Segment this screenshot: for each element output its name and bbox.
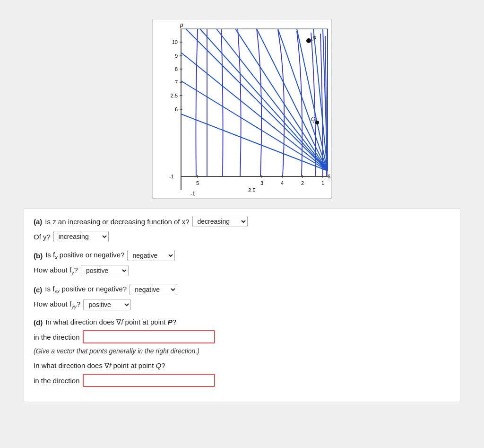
svg-text:8: 8 (175, 66, 178, 72)
part-a-label: (a) (34, 218, 42, 226)
page-container: 10 9 8 7 2.5 6 (9, 9, 475, 439)
part-b-question1-pre: Is fx positive or negative? (45, 251, 124, 260)
svg-text:10: 10 (172, 39, 178, 45)
part-d-input-line2: in the direction (34, 374, 450, 387)
part-a-line2: Of y? increasing decreasing (34, 231, 450, 242)
part-b-block: (b) Is fx positive or negative? positive… (34, 250, 450, 276)
part-c-question1: Is fxx positive or negative? (45, 285, 127, 294)
svg-text:2: 2 (301, 180, 304, 186)
part-b-label: (b) (34, 252, 43, 260)
part-b-line1: (b) Is fx positive or negative? positive… (34, 250, 450, 261)
svg-text:4: 4 (281, 180, 284, 186)
svg-text:Q: Q (311, 116, 315, 123)
part-c-line2: How about fyy? positive negative (34, 299, 450, 310)
part-d-input1[interactable] (83, 330, 215, 343)
part-c-block: (c) Is fxx positive or negative? positiv… (34, 284, 450, 310)
part-d-line2: In what direction does ∇f point at point… (34, 361, 450, 370)
svg-text:2.5: 2.5 (171, 93, 178, 98)
part-a-block: (a) Is z an increasing or decreasing fun… (34, 216, 450, 242)
part-a-question1: Is z an increasing or decreasing functio… (45, 218, 189, 226)
contour-graph: 10 9 8 7 2.5 6 (153, 19, 332, 199)
svg-text:7: 7 (175, 79, 178, 85)
point-p (306, 38, 311, 43)
graph-container: 10 9 8 7 2.5 6 (24, 19, 460, 199)
svg-rect-0 (153, 19, 332, 199)
svg-text:-1: -1 (190, 191, 195, 196)
svg-text:2.5: 2.5 (248, 187, 255, 193)
part-d-hint: (Give a vector that points generally in … (34, 347, 199, 355)
part-d-input2[interactable] (83, 374, 215, 387)
part-d-input-label2: in the direction (34, 377, 80, 385)
part-a-select2[interactable]: increasing decreasing (53, 231, 109, 242)
part-d-label: (d) (34, 318, 43, 326)
part-d-question1: In what direction does ∇f point at point… (45, 318, 176, 326)
svg-text:5: 5 (196, 180, 199, 186)
part-c-line1: (c) Is fxx positive or negative? positiv… (34, 284, 450, 295)
part-c-question2: How about fyy? (34, 300, 80, 309)
question-section: (a) Is z an increasing or decreasing fun… (24, 208, 460, 402)
svg-text:9: 9 (175, 53, 178, 59)
svg-text:3: 3 (260, 180, 263, 186)
part-b-select2[interactable]: positive negative (81, 265, 129, 276)
part-c-select1[interactable]: positive negative (130, 284, 177, 295)
part-c-label: (c) (34, 286, 42, 294)
part-d-question2: In what direction does ∇f point at point… (34, 361, 165, 370)
part-b-select1[interactable]: positive negative (127, 250, 175, 261)
part-d-line1: (d) In what direction does ∇f point at p… (34, 318, 450, 326)
svg-text:p: p (180, 22, 183, 28)
svg-text:6: 6 (328, 174, 330, 179)
svg-text:P: P (312, 35, 316, 42)
svg-text:1: 1 (321, 180, 324, 186)
part-b-question2: How about fy? (34, 266, 78, 275)
svg-text:-1: -1 (169, 174, 174, 179)
part-d-input-label1: in the direction (34, 333, 80, 341)
svg-text:6: 6 (175, 106, 178, 112)
part-b-line2: How about fy? positive negative (34, 265, 450, 276)
part-d-block: (d) In what direction does ∇f point at p… (34, 318, 450, 387)
part-c-select2[interactable]: positive negative (83, 299, 131, 310)
point-q (315, 121, 319, 124)
graph-wrapper: 10 9 8 7 2.5 6 (152, 19, 332, 199)
part-d-input-line1: in the direction (34, 330, 450, 343)
part-a-line1: (a) Is z an increasing or decreasing fun… (34, 216, 450, 227)
part-d-hint-line: (Give a vector that points generally in … (34, 347, 450, 358)
part-a-question2: Of y? (34, 233, 51, 241)
part-a-select1[interactable]: increasing decreasing (192, 216, 248, 227)
